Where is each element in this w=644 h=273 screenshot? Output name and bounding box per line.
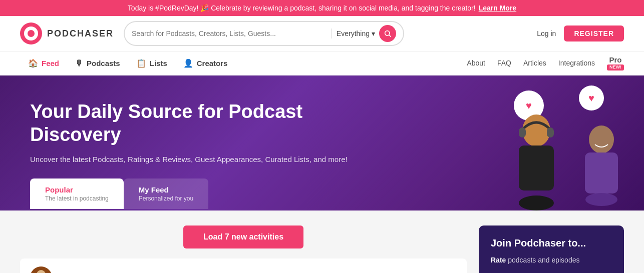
filter-label: Everything bbox=[337, 30, 370, 38]
chevron-down-icon: ▾ bbox=[372, 30, 375, 38]
login-link[interactable]: Log in bbox=[537, 30, 556, 38]
popular-tab-sub: The latest in podcasting bbox=[45, 195, 109, 202]
svg-rect-9 bbox=[547, 128, 554, 138]
activity-card: Simon Woods rated 2 episodes of Ear Bisc… bbox=[20, 258, 467, 273]
nav-item-creators[interactable]: 👤 Creators bbox=[175, 52, 236, 75]
search-divider bbox=[331, 28, 332, 38]
microphone-icon: 🎙 bbox=[75, 59, 83, 68]
load-activities-button[interactable]: Load 7 new activities bbox=[183, 226, 303, 248]
logo-text: PODCHASER bbox=[47, 28, 114, 39]
header-right: Log in REGISTER bbox=[537, 26, 624, 42]
main-content: Load 7 new activities Simon Woods rated … bbox=[0, 210, 644, 273]
nav-bar: 🏠 Feed 🎙 Podcasts 📋 Lists 👤 Creators Abo… bbox=[0, 52, 644, 76]
list-icon: 📋 bbox=[136, 58, 146, 68]
svg-rect-8 bbox=[519, 128, 526, 138]
svg-point-5 bbox=[522, 114, 550, 146]
svg-point-2 bbox=[28, 30, 35, 37]
join-card: Join Podchaser to... Rate podcasts and e… bbox=[479, 226, 624, 273]
nav-label-feed: Feed bbox=[42, 59, 59, 68]
logo-area: PODCHASER bbox=[20, 22, 114, 44]
home-icon: 🏠 bbox=[28, 58, 38, 68]
hero-title: Your Daily Source for Podcast Discovery bbox=[30, 100, 381, 146]
sidebar: Join Podchaser to... Rate podcasts and e… bbox=[479, 226, 624, 273]
person-icon: 👤 bbox=[183, 58, 193, 68]
nav-label-podcasts: Podcasts bbox=[87, 59, 120, 68]
popular-tab-label: Popular bbox=[45, 186, 109, 194]
heart-icon-1: ♥ bbox=[526, 100, 532, 112]
hero-content: Your Daily Source for Podcast Discovery … bbox=[30, 100, 381, 164]
avatar-image bbox=[30, 266, 52, 273]
nav-label-creators: Creators bbox=[197, 59, 228, 68]
my-feed-tab-label: My Feed bbox=[139, 186, 193, 194]
nav-right: About FAQ Articles Integrations Pro NEW! bbox=[467, 56, 624, 70]
nav-item-podcasts[interactable]: 🎙 Podcasts bbox=[67, 52, 128, 75]
pro-label: Pro bbox=[609, 56, 621, 64]
user-avatar bbox=[30, 266, 52, 273]
top-banner: Today is #PodRevDay! 🎉 Celebrate by revi… bbox=[0, 0, 644, 16]
search-filter-dropdown[interactable]: Everything ▾ bbox=[337, 30, 375, 38]
learn-more-link[interactable]: Learn More bbox=[479, 4, 516, 12]
podchaser-logo-icon bbox=[20, 22, 42, 44]
pro-badge[interactable]: Pro NEW! bbox=[607, 56, 624, 70]
heart-icon-2: ♥ bbox=[588, 92, 594, 104]
nav-item-lists[interactable]: 📋 Lists bbox=[128, 52, 175, 75]
nav-left: 🏠 Feed 🎙 Podcasts 📋 Lists 👤 Creators bbox=[20, 52, 467, 75]
speech-bubble-2: ♥ bbox=[579, 86, 604, 110]
hero-section: ♥ ♥ Your Daily Source for Podcast Discov… bbox=[0, 76, 644, 210]
nav-about-link[interactable]: About bbox=[467, 59, 485, 67]
new-tag: NEW! bbox=[607, 64, 624, 70]
join-desc: Rate podcasts and episodes bbox=[491, 255, 612, 266]
register-button[interactable]: REGISTER bbox=[564, 26, 624, 42]
nav-label-lists: Lists bbox=[150, 59, 167, 68]
feed-area: Load 7 new activities Simon Woods rated … bbox=[20, 226, 467, 273]
svg-line-4 bbox=[389, 35, 391, 37]
nav-integrations-link[interactable]: Integrations bbox=[558, 59, 595, 67]
tab-popular[interactable]: Popular The latest in podcasting bbox=[30, 178, 124, 209]
search-button[interactable] bbox=[379, 25, 396, 42]
nav-faq-link[interactable]: FAQ bbox=[497, 59, 511, 67]
svg-point-10 bbox=[589, 126, 614, 154]
hero-tabs: Popular The latest in podcasting My Feed… bbox=[30, 178, 614, 209]
nav-articles-link[interactable]: Articles bbox=[523, 59, 546, 67]
banner-text: Today is #PodRevDay! 🎉 Celebrate by revi… bbox=[128, 4, 476, 12]
hero-subtitle: Uncover the latest Podcasts, Ratings & R… bbox=[30, 155, 381, 164]
tab-my-feed[interactable]: My Feed Personalized for you bbox=[124, 178, 208, 209]
search-icon bbox=[384, 30, 392, 38]
header: PODCHASER Everything ▾ Log in REGISTER bbox=[0, 16, 644, 52]
search-bar: Everything ▾ bbox=[124, 21, 404, 46]
svg-point-3 bbox=[385, 31, 390, 36]
nav-item-feed[interactable]: 🏠 Feed bbox=[20, 52, 67, 75]
search-input[interactable] bbox=[132, 30, 326, 38]
my-feed-tab-sub: Personalized for you bbox=[139, 195, 193, 202]
join-desc-suffix: podcasts and episodes bbox=[506, 256, 579, 264]
join-desc-rate: Rate bbox=[491, 256, 506, 264]
join-title: Join Podchaser to... bbox=[491, 238, 612, 249]
